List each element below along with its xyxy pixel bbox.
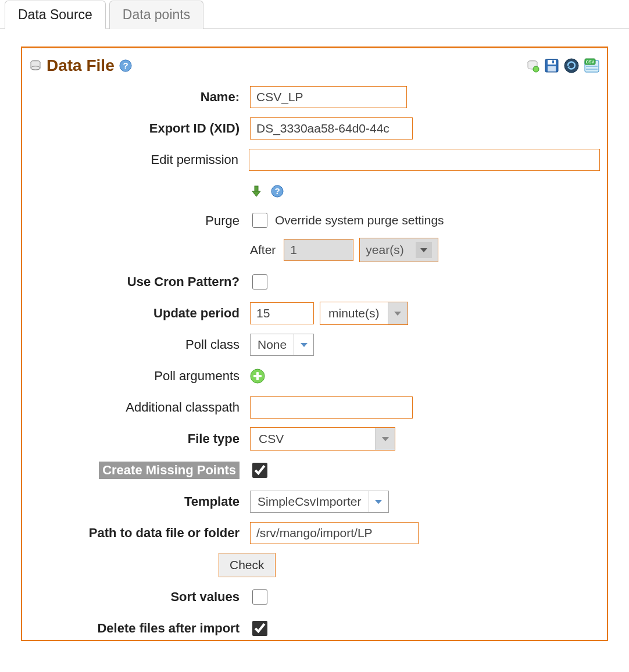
update-period-unit-value: minute(s) (320, 303, 388, 324)
template-value: SimpleCsvImporter (251, 491, 369, 512)
xid-label: Export ID (XID) (29, 121, 250, 136)
delete-files-checkbox[interactable] (252, 621, 267, 636)
purge-override-checkbox[interactable] (252, 213, 267, 228)
create-missing-label: Create Missing Points (99, 462, 240, 479)
svg-rect-23 (253, 375, 262, 377)
svg-rect-7 (548, 60, 556, 65)
purge-label: Purge (29, 211, 250, 228)
sort-values-checkbox[interactable] (252, 589, 267, 605)
csv-export-icon[interactable]: CSV (584, 58, 600, 73)
help-icon[interactable]: ? (271, 185, 284, 198)
purge-override-label: Override system purge settings (275, 213, 444, 227)
template-select[interactable]: SimpleCsvImporter (250, 491, 389, 513)
template-label: Template (29, 494, 250, 509)
svg-point-10 (564, 59, 578, 73)
update-period-unit-select[interactable]: minute(s) (320, 302, 408, 325)
database-icon (29, 59, 42, 72)
arrow-down-icon[interactable] (250, 185, 263, 198)
svg-marker-18 (252, 191, 260, 196)
classpath-label: Additional classpath (29, 400, 250, 415)
svg-point-5 (533, 66, 539, 72)
update-period-label: Update period (29, 306, 250, 321)
cron-label: Use Cron Pattern? (29, 274, 250, 289)
file-type-label: File type (29, 431, 250, 446)
svg-rect-17 (255, 186, 258, 191)
poll-class-select[interactable]: None (250, 334, 314, 356)
path-label: Path to data file or folder (29, 526, 250, 541)
poll-args-label: Poll arguments (29, 369, 250, 384)
purge-after-value: 1 (284, 239, 353, 261)
tab-data-points[interactable]: Data points (109, 1, 203, 29)
svg-rect-9 (552, 60, 554, 63)
file-type-value: CSV (251, 428, 292, 449)
refresh-icon[interactable] (564, 58, 579, 73)
purge-after-label: After (250, 243, 276, 257)
data-file-panel: Data File ? (21, 47, 608, 641)
cron-checkbox[interactable] (252, 274, 267, 289)
svg-text:?: ? (274, 186, 280, 196)
edit-permission-input[interactable] (249, 149, 600, 171)
help-icon[interactable]: ? (119, 59, 132, 72)
path-input[interactable] (250, 522, 419, 544)
tab-data-source[interactable]: Data Source (5, 1, 106, 29)
create-missing-checkbox[interactable] (252, 463, 267, 478)
check-button[interactable]: Check (219, 553, 276, 577)
save-icon[interactable] (544, 58, 559, 73)
panel-title: Data File (47, 56, 115, 75)
tabs: Data Source Data points (0, 0, 629, 29)
panel-header: Data File ? (29, 56, 600, 75)
name-input[interactable] (250, 86, 407, 108)
poll-class-label: Poll class (29, 337, 250, 352)
update-period-input[interactable] (250, 302, 314, 324)
classpath-input[interactable] (250, 396, 413, 419)
delete-files-label: Delete files after import (29, 621, 250, 636)
file-type-select[interactable]: CSV (250, 427, 395, 451)
name-label: Name: (29, 90, 250, 105)
svg-rect-8 (548, 66, 556, 72)
purge-unit-value: year(s) (366, 243, 403, 257)
edit-permission-label: Edit permission (29, 152, 249, 167)
svg-text:CSV: CSV (586, 60, 595, 64)
add-icon[interactable] (250, 369, 265, 384)
xid-input[interactable] (250, 117, 413, 140)
purge-unit-select: year(s) (359, 238, 438, 262)
poll-class-value: None (251, 334, 294, 355)
svg-text:?: ? (123, 60, 128, 70)
status-indicator-icon[interactable] (526, 59, 539, 73)
sort-values-label: Sort values (29, 589, 250, 605)
